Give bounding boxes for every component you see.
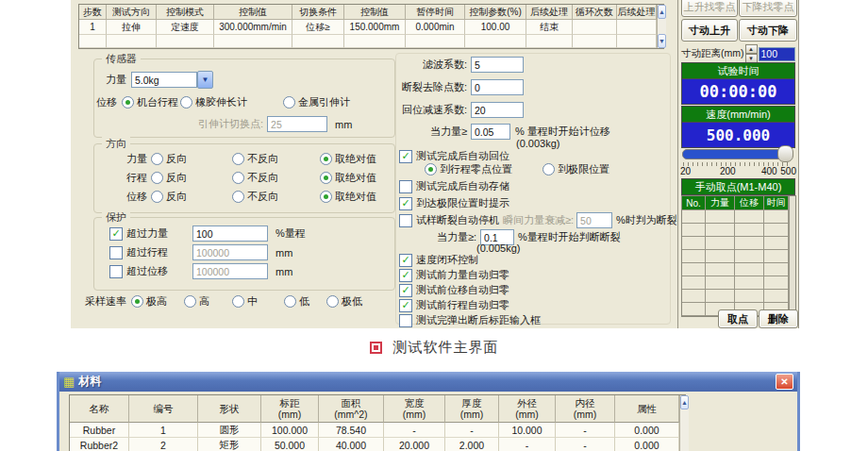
radio-return-limit[interactable]: [542, 163, 555, 175]
cell[interactable]: Rubber: [70, 423, 129, 438]
radio-label[interactable]: 反向: [166, 190, 187, 204]
checkbox-limit-prompt-label[interactable]: 到达极限位置时提示: [416, 196, 509, 210]
checkbox-zero-displacement-label[interactable]: 测试前位移自动归零: [416, 283, 509, 297]
jog-down-button[interactable]: 寸动下降: [739, 19, 797, 42]
radio-machine-stroke-label[interactable]: 机台行程: [137, 95, 178, 109]
radio-label[interactable]: 高: [199, 294, 209, 309]
return-decel-input[interactable]: [471, 102, 524, 118]
delete-point-button[interactable]: 删除: [759, 309, 798, 328]
checkbox-zero-displacement[interactable]: ✓: [399, 284, 412, 297]
cell[interactable]: [79, 35, 107, 48]
cell[interactable]: Rubber2: [70, 438, 129, 451]
cell[interactable]: 40.000: [319, 438, 384, 451]
checkbox-over-displacement-label[interactable]: 超过位移: [126, 264, 168, 278]
extensometer-switch-input[interactable]: [267, 116, 327, 132]
cell[interactable]: 300.000mm/min: [214, 20, 292, 35]
break-remove-input[interactable]: [471, 79, 524, 95]
checkbox-auto-save-label[interactable]: 测试完成后自动存储: [416, 179, 509, 193]
cell[interactable]: 定速度: [157, 20, 214, 35]
radio-return-limit-label[interactable]: 到极限位置: [558, 162, 609, 176]
radio-return-stroke-zero[interactable]: [425, 163, 437, 175]
checkbox-closed-loop-label[interactable]: 速度闭环控制: [416, 253, 478, 267]
radio-stroke-absolute[interactable]: [320, 172, 332, 184]
checkbox-break-stop[interactable]: [399, 214, 412, 227]
checkbox-zero-stroke-label[interactable]: 测试前行程自动归零: [416, 298, 509, 312]
scroll-up-icon[interactable]: ▲: [680, 395, 689, 409]
cell[interactable]: 78.540: [319, 423, 384, 438]
radio-stroke-reverse[interactable]: [151, 172, 163, 184]
manual-row[interactable]: [682, 276, 789, 290]
checkbox-zero-force-label[interactable]: 测试前力量自动归零: [416, 268, 509, 282]
close-icon[interactable]: ✕: [776, 374, 793, 390]
cell[interactable]: [526, 35, 573, 48]
material-row[interactable]: Rubber2 2 矩形 50.000 40.000 20.000 2.000 …: [70, 438, 679, 451]
cell[interactable]: -: [499, 438, 556, 451]
find-zero-up-button[interactable]: 上升找零点: [681, 0, 738, 17]
radio-stroke-noreverse[interactable]: [232, 172, 244, 184]
material-table-scrollbar[interactable]: ▲: [679, 395, 689, 451]
manual-row[interactable]: [682, 290, 789, 303]
cell[interactable]: 0.000: [615, 438, 679, 451]
filter-coef-input[interactable]: [471, 57, 524, 73]
checkbox-auto-save[interactable]: [399, 180, 412, 193]
material-row[interactable]: Rubber 1 圆形 100.000 78.540 - - 10.000 - …: [70, 423, 679, 438]
radio-label[interactable]: 低: [299, 294, 309, 309]
cell[interactable]: 2.000: [445, 438, 499, 451]
manual-row[interactable]: [682, 263, 789, 276]
checkbox-over-displacement[interactable]: [109, 265, 123, 278]
steps-row-1[interactable]: 1 拉伸 定速度 300.000mm/min 位移≥ 150.000mm 0.0…: [79, 20, 657, 35]
manual-row[interactable]: [682, 250, 789, 263]
radio-label[interactable]: 不反向: [247, 171, 278, 185]
find-zero-down-button[interactable]: 下降找零点: [739, 0, 797, 17]
manual-row[interactable]: [682, 224, 789, 237]
radio-disp-reverse[interactable]: [151, 191, 163, 203]
radio-force-reverse[interactable]: [151, 153, 163, 165]
chevron-down-icon[interactable]: ▼: [197, 71, 213, 89]
cell[interactable]: 结束: [526, 20, 573, 35]
force-sensor-select[interactable]: 5.0kg: [131, 72, 197, 88]
radio-label[interactable]: 反向: [166, 152, 187, 166]
cell[interactable]: [465, 35, 526, 48]
radio-metal-extensometer[interactable]: [283, 96, 295, 109]
radio-disp-absolute[interactable]: [320, 191, 332, 203]
cell[interactable]: 100.000: [261, 423, 319, 438]
cell[interactable]: [406, 35, 465, 48]
radio-sampling-mid[interactable]: [232, 295, 244, 308]
cell[interactable]: [107, 35, 157, 48]
checkbox-popup-gauge-label[interactable]: 测试完弹出断后标距输入框: [416, 313, 541, 327]
cell[interactable]: [344, 35, 406, 48]
over-displacement-input[interactable]: [192, 263, 268, 279]
jog-up-button[interactable]: 寸动上升: [681, 19, 738, 42]
cell[interactable]: [617, 20, 657, 35]
manual-row[interactable]: [682, 237, 789, 250]
decay-input[interactable]: [576, 212, 612, 228]
speed-slider-thumb[interactable]: [777, 145, 793, 162]
cell[interactable]: 1: [79, 20, 107, 35]
disp-start-input[interactable]: [471, 124, 510, 140]
checkbox-over-force-label[interactable]: 超过力量: [126, 226, 168, 241]
scroll-up-icon[interactable]: ▲: [658, 5, 666, 19]
over-force-input[interactable]: [192, 226, 268, 242]
cell[interactable]: 0.000min: [406, 20, 465, 35]
over-stroke-input[interactable]: [192, 244, 268, 260]
cell[interactable]: 2: [129, 438, 198, 451]
radio-sampling-highest[interactable]: [131, 295, 143, 308]
cell[interactable]: [573, 35, 617, 48]
radio-label[interactable]: 中: [247, 294, 258, 309]
checkbox-zero-stroke[interactable]: ✓: [399, 299, 412, 312]
radio-force-noreverse[interactable]: [232, 153, 244, 165]
steps-row-2[interactable]: [79, 35, 657, 48]
radio-force-absolute[interactable]: [320, 153, 332, 165]
checkbox-break-stop-label[interactable]: 试样断裂自动停机: [416, 213, 499, 227]
cell[interactable]: 50.000: [261, 438, 319, 451]
cell[interactable]: [157, 35, 214, 48]
checkbox-zero-force[interactable]: ✓: [399, 269, 412, 282]
radio-sampling-high[interactable]: [184, 295, 196, 308]
checkbox-over-stroke-label[interactable]: 超过行程: [126, 245, 168, 259]
manual-table-scrollbar[interactable]: [789, 196, 795, 316]
radio-machine-stroke[interactable]: [122, 96, 134, 109]
cell[interactable]: [573, 20, 617, 35]
pick-point-button[interactable]: 取点: [718, 309, 758, 328]
cell[interactable]: [292, 35, 344, 48]
checkbox-over-stroke[interactable]: [109, 246, 123, 259]
